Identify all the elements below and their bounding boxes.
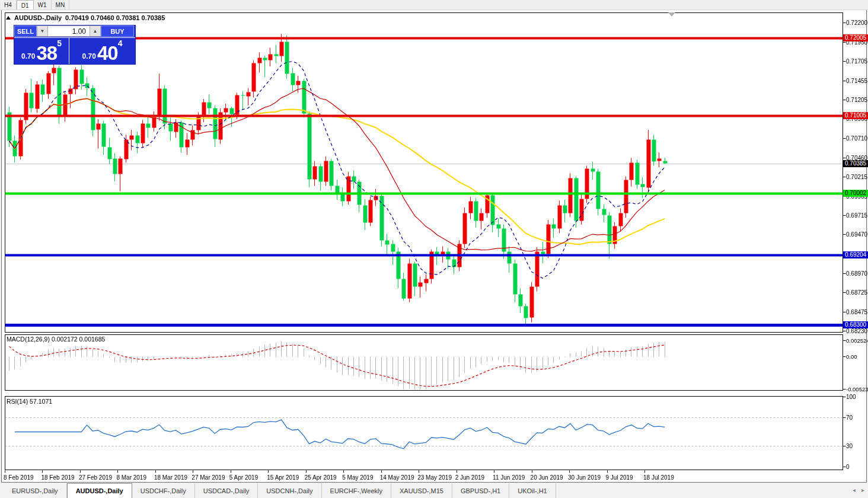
price-axis-badge: 0.72005 xyxy=(843,34,868,42)
volume-decrement-icon[interactable]: ▼ xyxy=(37,25,48,37)
rsi-axis-tick: 70 xyxy=(846,414,853,421)
price-axis-badge: 0.68300 xyxy=(843,321,868,328)
symbol-triangle-icon xyxy=(6,16,11,20)
date-axis-label: 30 Jun 2019 xyxy=(568,474,601,481)
macd-axis-tick: -0.005234 xyxy=(846,386,868,392)
rsi-axis-tick: 30 xyxy=(846,442,853,449)
sell-price-sup: 5 xyxy=(57,39,62,47)
chart-ohlc-values: 0.70419 0.70460 0.70381 0.70385 xyxy=(65,14,165,21)
chart-tabbar: EURUSD-,DailyAUDUSD-,DailyUSDCHF-,DailyU… xyxy=(0,483,868,498)
date-axis-label: 14 May 2019 xyxy=(380,474,414,481)
sell-price-big: 38 xyxy=(36,44,57,62)
timeframe-button-d1[interactable]: D1 xyxy=(17,0,34,9)
buy-price-sup: 4 xyxy=(118,39,123,47)
chart-tab-usdcnh-daily[interactable]: USDCNH-,Daily xyxy=(258,483,321,498)
buy-price-big: 40 xyxy=(97,44,118,62)
price-axis-tick: 0.71455 xyxy=(846,77,867,84)
buy-price-prefix: 0.70 xyxy=(82,50,96,62)
sell-price-prefix: 0.70 xyxy=(21,50,35,62)
tab-scroll-right-icon[interactable]: ▸ xyxy=(861,485,864,496)
chart-tab-gbpusd-h1[interactable]: GBPUSD-,H1 xyxy=(452,483,509,498)
date-axis-label: 8 Feb 2019 xyxy=(4,474,34,481)
chart-tab-eurusd-daily[interactable]: EURUSD-,Daily xyxy=(4,483,67,498)
date-axis-label: 18 Jul 2019 xyxy=(643,474,674,481)
price-axis-badge: 0.70385 xyxy=(843,160,868,167)
price-axis-tick: 0.70710 xyxy=(846,135,867,142)
price-axis-badge: 0.69204 xyxy=(843,251,868,258)
volume-increment-icon[interactable]: ▲ xyxy=(90,25,101,37)
one-click-trade-panel: SELL ▼ 1.00 ▲ BUY 0.70 38 5 0.70 40 4 xyxy=(14,25,135,64)
chart-tab-ukoil-h1[interactable]: UKOil-,H1 xyxy=(509,483,556,498)
price-axis-tick: 0.68475 xyxy=(846,308,867,315)
date-axis-label: 27 Mar 2019 xyxy=(192,474,225,481)
price-axis-tick: 0.69470 xyxy=(846,231,867,238)
date-axis-label: 20 Jun 2019 xyxy=(531,474,563,481)
date-axis-label: 27 Feb 2019 xyxy=(79,474,112,481)
date-axis-label: 8 Mar 2019 xyxy=(116,474,146,481)
date-axis-label: 9 Jul 2019 xyxy=(606,474,633,481)
chart-tab-usdchf-daily[interactable]: USDCHF-,Daily xyxy=(132,483,195,498)
date-axis-label: 11 Jun 2019 xyxy=(493,474,525,481)
buy-button[interactable]: BUY xyxy=(101,25,134,37)
chart-tab-usdcad-daily[interactable]: USDCAD-,Daily xyxy=(195,483,259,498)
rsi-axis-tick: 0 xyxy=(846,464,850,470)
chart-title: AUDUSD-,Daily 0.70419 0.70460 0.70381 0.… xyxy=(6,14,165,21)
date-axis-label: 25 Apr 2019 xyxy=(305,474,337,481)
timeframe-button-w1[interactable]: W1 xyxy=(34,0,52,9)
volume-input[interactable]: 1.00 xyxy=(48,25,90,37)
date-axis-label: 18 Mar 2019 xyxy=(154,474,187,481)
price-axis-tick: 0.72200 xyxy=(846,20,867,26)
chart-tab-audusd-daily[interactable]: AUDUSD-,Daily xyxy=(67,483,132,498)
date-axis-label: 5 Apr 2019 xyxy=(229,474,258,481)
sell-price[interactable]: 0.70 38 5 xyxy=(14,37,69,64)
date-axis-label: 15 Apr 2019 xyxy=(267,474,299,481)
macd-axis-tick: 0.00 xyxy=(846,353,857,360)
tab-scroll-left-icon[interactable]: ◂ xyxy=(853,485,856,496)
sell-button[interactable]: SELL xyxy=(14,25,37,37)
chart-shift-marker-icon xyxy=(668,12,675,17)
timeframe-button-h4[interactable]: H4 xyxy=(0,0,17,9)
price-chart-canvas[interactable] xyxy=(0,0,868,498)
rsi-axis-tick: 100 xyxy=(846,394,856,400)
price-axis-tick: 0.68725 xyxy=(846,289,867,295)
price-axis-tick: 0.69715 xyxy=(846,212,867,219)
date-axis-label: 5 May 2019 xyxy=(342,474,373,481)
price-axis-tick: 0.68970 xyxy=(846,270,867,276)
tab-scroll-arrows: ◂ ▸ xyxy=(853,485,864,496)
timeframe-toolbar: H4D1W1MN xyxy=(0,0,868,10)
macd-label: MACD(12,26,9) 0.002172 0.001685 xyxy=(7,336,105,343)
price-axis-tick: 0.70215 xyxy=(846,173,867,180)
rsi-label: RSI(14) 57.1071 xyxy=(7,398,52,405)
timeframe-button-mn[interactable]: MN xyxy=(52,0,70,9)
price-axis-tick: 0.71205 xyxy=(846,97,867,103)
date-axis-label: 2 Jun 2019 xyxy=(455,474,485,481)
chart-symbol: AUDUSD-,Daily xyxy=(14,14,62,21)
buy-price[interactable]: 0.70 40 4 xyxy=(69,37,135,64)
macd-axis-tick: 0.002524 xyxy=(846,337,868,344)
date-axis-label: 18 Feb 2019 xyxy=(41,474,74,481)
price-axis-badge: 0.71005 xyxy=(843,112,868,119)
date-axis-label: 23 May 2019 xyxy=(417,474,452,481)
price-axis-tick: 0.71705 xyxy=(846,58,867,65)
price-axis-badge: 0.70002 xyxy=(843,190,868,197)
chart-tab-eurchf-weekly[interactable]: EURCHF-,Weekly xyxy=(322,483,391,498)
chart-tab-xauusd-m15[interactable]: XAUUSD-,M15 xyxy=(391,483,452,498)
